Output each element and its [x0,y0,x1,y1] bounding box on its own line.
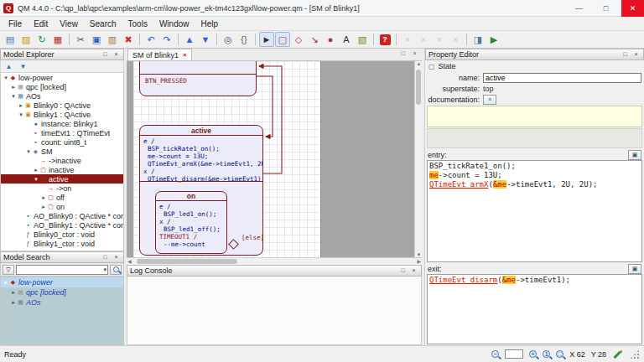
zoom-100-icon[interactable]: 1 [543,350,550,358]
float-panel-icon[interactable]: □ [101,253,110,262]
expander-icon[interactable]: ▸ [3,279,9,286]
expand-exit-button[interactable]: ▣ [628,264,641,274]
tree-item-count-uint8-t[interactable]: ▪count: uint8_t [1,137,123,147]
maximize-button[interactable]: □ [595,0,617,17]
name-field[interactable] [483,73,641,83]
new-model-button[interactable]: ▤ [3,32,18,47]
close-diagram-icon[interactable]: × [410,49,419,59]
search-button[interactable] [110,265,122,275]
vertical-scroll-thumb[interactable] [416,70,421,105]
float-panel-icon[interactable]: □ [621,50,630,59]
move-up-button[interactable]: ▲ [182,32,197,47]
diagram-canvas[interactable]: BTN_PRESSED active e /BSP_tickRate1_on()… [127,61,414,257]
horizontal-scroll-thumb[interactable] [137,259,237,264]
connector-tool-button[interactable]: ● [323,32,338,47]
entry-code-editor[interactable]: BSP_tickRate1_on();me->count = 13U;QTime… [427,160,642,262]
save-model-button[interactable]: ▦ [50,32,65,47]
cut-button[interactable]: ✂ [73,32,88,47]
restore-diagram-icon[interactable]: □ [398,49,408,59]
tree-item-qpc-locked[interactable]: ▸▦qpc [locked] [1,82,123,91]
zoom-in-icon[interactable]: + [529,350,537,358]
choice-tool-button[interactable]: ◇ [291,32,306,47]
menu-search[interactable]: Search [84,18,122,29]
expander-icon[interactable]: ▾ [10,93,17,100]
resize-grip[interactable] [630,349,640,359]
tree-item-aos[interactable]: ▸▦AOs [1,297,123,308]
expander-icon[interactable]: ▾ [18,111,24,118]
log-console-output[interactable] [127,277,422,345]
close-tab-icon[interactable]: × [183,51,187,59]
qspy-view-button[interactable]: ▶ [486,32,501,47]
menu-tools[interactable]: Tools [122,18,153,29]
find-button[interactable]: ◎ [221,32,236,47]
edit-documentation-button[interactable]: ≡ [483,95,496,105]
tree-item-instance-blinky1[interactable]: ●instance: Blinky1 [1,119,123,128]
expand-entry-button[interactable]: ▣ [628,150,641,160]
menu-view[interactable]: View [54,18,84,29]
tab-sm-of-blinky1[interactable]: SM of Blinky1 × [127,49,192,60]
zoom-out-icon[interactable]: − [491,350,499,358]
text-tool-button[interactable]: A [339,32,354,47]
close-button[interactable]: ✕ [621,0,644,17]
menu-help[interactable]: Help [195,18,224,29]
next-item-button[interactable]: ▼ [17,61,29,72]
tree-item-inactive[interactable]: ▸▢inactive [1,165,123,174]
zoom-value-box[interactable] [505,349,523,359]
delete-button[interactable]: ✖ [121,32,136,47]
expander-icon[interactable]: ▸ [18,102,24,109]
expander-icon[interactable]: ▸ [33,167,39,173]
image-tool-button[interactable]: ▧ [355,32,370,47]
tree-item-active[interactable]: ▾▢active [1,174,123,184]
tree-item-ao-blinky1-qactive-const[interactable]: ▪AO_Blinky1 : QActive * const [1,220,123,230]
paste-button[interactable]: ▥ [105,32,120,47]
expander-icon[interactable]: ▸ [10,299,17,306]
redo-button[interactable]: ↷ [159,32,174,47]
tree-item-aos[interactable]: ▾▦AOs [1,91,123,101]
diagram-sheet[interactable]: BTN_PRESSED active e /BSP_tickRate1_on()… [133,61,321,257]
horizontal-scrollbar[interactable]: ◀ ▶ [127,257,422,265]
search-filter-select[interactable]: ▾ [16,265,108,275]
float-panel-icon[interactable]: □ [101,50,110,59]
open-model-button[interactable]: ▨ [18,32,34,47]
state-inactive-partial[interactable]: BTN_PRESSED [139,61,257,96]
external-tools-button[interactable]: ◨ [470,32,486,47]
state-on[interactable]: on e /BSP_led1_on();x /BSP_led1_off();TI… [155,191,227,254]
tree-item-low-power[interactable]: ▾◆low-power [1,73,123,82]
exit-code-editor[interactable]: QTimeEvt_disarm(&me->timeEvt1); [427,274,642,344]
expander-icon[interactable]: ▸ [40,204,47,210]
transition-tool-button[interactable]: ↘ [307,32,322,47]
prev-item-button[interactable]: ▲ [3,61,15,72]
generate-code-button[interactable]: {} [236,32,252,47]
tree-item-blinky1-qactive[interactable]: ▾▣Blinky1 : QActive [1,110,123,119]
menu-edit[interactable]: Edit [28,18,54,29]
undo-button[interactable]: ↶ [143,32,158,47]
tree-item-ao-blinky0-qactive-const[interactable]: ▪AO_Blinky0 : QActive * const [1,211,123,220]
expander-icon[interactable]: ▾ [3,75,9,81]
close-panel-icon[interactable]: × [112,50,121,59]
tree-item-timeevt1-qtimeevt[interactable]: ▪timeEvt1 : QTimeEvt [1,128,123,137]
expander-icon[interactable]: ▸ [10,289,17,296]
zoom-fit-icon[interactable]: □ [556,350,564,358]
pointer-tool-button[interactable]: ► [259,32,274,47]
tree-item-blinky1-ctor-void[interactable]: ƒBlinky1_ctor : void [1,239,123,248]
float-panel-icon[interactable]: □ [398,266,408,276]
scroll-right-icon[interactable]: ▶ [417,258,421,264]
tree-item-on[interactable]: →->on [1,184,123,193]
tree-item-blinky0-ctor-void[interactable]: ƒBlinky0_ctor : void [1,230,123,239]
tree-item-on[interactable]: ▸▢on [1,202,123,211]
expander-icon[interactable]: ▾ [33,176,39,183]
reload-model-button[interactable]: ↻ [34,32,49,47]
help-button[interactable]: ? [377,32,392,47]
expander-icon[interactable]: ▸ [10,84,17,90]
copy-button[interactable]: ▣ [89,32,104,47]
move-down-button[interactable]: ▼ [198,32,213,47]
menu-window[interactable]: Window [153,18,195,29]
minimize-button[interactable]: — [568,0,590,17]
tree-item-qpc-locked[interactable]: ▸▦qpc [locked] [1,287,123,297]
expander-icon[interactable]: ▸ [40,194,47,201]
expander-icon[interactable]: ▾ [25,148,32,155]
close-panel-icon[interactable]: × [631,50,641,59]
close-panel-icon[interactable]: × [112,253,121,262]
vertical-scrollbar[interactable]: ▲ ▼ [414,61,422,257]
tree-item-sm[interactable]: ▾◈SM [1,147,123,156]
